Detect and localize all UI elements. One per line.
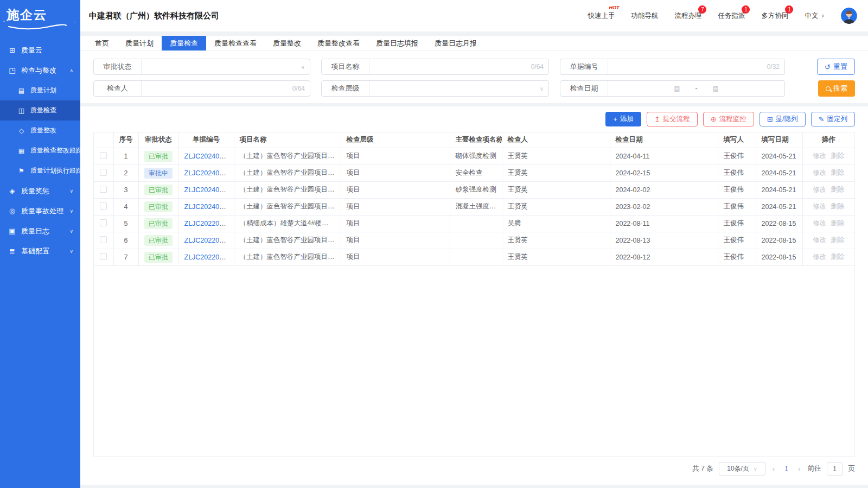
- tab-质量日志填报[interactable]: 质量日志填报: [368, 36, 426, 50]
- filter-label: 项目名称: [322, 59, 369, 74]
- check-item-name: [450, 215, 502, 232]
- tab-质量整改[interactable]: 质量整改: [265, 36, 309, 50]
- tab-质量检查[interactable]: 质量检查: [162, 36, 206, 50]
- chevron-down-icon: ∨: [69, 188, 73, 194]
- current-page[interactable]: 1: [782, 465, 791, 473]
- tab-质量整改查看[interactable]: 质量整改查看: [309, 36, 368, 50]
- column-header-填写日期: 填写日期: [756, 132, 802, 148]
- filter-检查日期: 检查日期▤-▤: [560, 80, 785, 97]
- row-checkbox[interactable]: [100, 253, 107, 260]
- row-checkbox[interactable]: [100, 186, 107, 193]
- filter-select[interactable]: ∨: [369, 81, 548, 96]
- page-size-select[interactable]: 10条/页 ∨: [719, 462, 765, 476]
- 流程监控-button[interactable]: ⊕流程监控: [703, 112, 754, 126]
- user-avatar[interactable]: [841, 8, 857, 24]
- sidebar-item-质量计划[interactable]: ▤质量计划: [0, 80, 80, 100]
- write-date: 2022-08-15: [756, 232, 802, 249]
- 提交流程-button[interactable]: ↥提交流程: [647, 112, 698, 126]
- tab-质量日志月报[interactable]: 质量日志月报: [426, 36, 485, 50]
- tab-首页[interactable]: 首页: [87, 36, 117, 50]
- doc-number-link[interactable]: ZLJC2022080174: [184, 220, 234, 227]
- column-header-checkbox: [94, 132, 113, 148]
- delete-link[interactable]: 删除: [831, 253, 844, 261]
- edit-link[interactable]: 修改: [813, 236, 826, 244]
- total-count: 共 7 条: [692, 464, 713, 473]
- next-page-button[interactable]: ›: [796, 465, 802, 473]
- doc-number-link[interactable]: ZLJC2024050445: [184, 169, 234, 177]
- sidebar-item-label: 质量检查整改跟踪: [30, 146, 82, 155]
- delete-link[interactable]: 删除: [831, 152, 844, 160]
- sidebar-item-质量云[interactable]: ⊞质量云: [0, 40, 80, 60]
- prev-page-button[interactable]: ‹: [771, 465, 776, 473]
- app-logo: · 施企云 ·: [0, 0, 80, 30]
- sidebar-item-质量事故处理[interactable]: ◎质量事故处理∨: [0, 201, 80, 221]
- sidebar-item-质量日志[interactable]: ▣质量日志∨: [0, 221, 80, 241]
- sidebar-item-检查与整改[interactable]: ◳检查与整改∧: [0, 60, 80, 80]
- target-icon: ◎: [8, 207, 16, 215]
- doc-number-link[interactable]: ZLJC2024050446: [184, 153, 234, 160]
- delete-link[interactable]: 删除: [831, 219, 844, 227]
- 固定列-button[interactable]: ✎固定列: [811, 112, 855, 126]
- filter-label: 检查人: [94, 81, 142, 96]
- row-checkbox[interactable]: [100, 219, 107, 226]
- project-name: （土建）蓝色智谷产业园项目施工总承...: [234, 232, 341, 249]
- check-date: 2023-02-02: [610, 198, 718, 215]
- edit-link[interactable]: 修改: [813, 152, 826, 160]
- sidebar-item-质量奖惩[interactable]: ◈质量奖惩∨: [0, 181, 80, 201]
- row-checkbox[interactable]: [100, 169, 107, 176]
- sidebar-item-质量整改[interactable]: ◇质量整改: [0, 121, 80, 141]
- calendar-icon: ▦: [17, 147, 25, 155]
- filter-select[interactable]: ∨: [142, 59, 310, 74]
- row-checkbox[interactable]: [100, 236, 107, 243]
- row-checkbox[interactable]: [100, 202, 107, 210]
- topnav-item-快速上手[interactable]: 快速上手HOT: [588, 11, 615, 21]
- reset-button[interactable]: ↺重置: [817, 59, 855, 75]
- topnav-item-多方协同[interactable]: 多方协同1: [761, 11, 788, 21]
- topnav-item-流程办理[interactable]: 流程办理7: [674, 11, 701, 21]
- goto-label: 前往: [808, 464, 821, 473]
- action-label: 提交流程: [663, 115, 690, 124]
- sidebar-item-质量检查[interactable]: ◫质量检查: [0, 100, 80, 121]
- edit-link[interactable]: 修改: [813, 186, 826, 193]
- row-checkbox[interactable]: [100, 152, 107, 159]
- 添加-button[interactable]: +添加: [605, 112, 641, 126]
- goto-page-input[interactable]: [827, 462, 843, 476]
- tab-质量计划[interactable]: 质量计划: [117, 36, 162, 50]
- sidebar-item-label: 质量事故处理: [21, 206, 63, 216]
- delete-link[interactable]: 删除: [831, 236, 844, 244]
- edit-link[interactable]: 修改: [813, 169, 826, 176]
- filter-panel: 审批状态∨项目名称0/64单据编号0/32↺重置检查人0/64检查层级∨检查日期…: [80, 51, 868, 103]
- sidebar-item-label: 质量日志: [21, 226, 49, 236]
- edit-link[interactable]: 修改: [813, 219, 826, 227]
- doc-number-link[interactable]: ZLJC2024050444: [184, 186, 234, 194]
- sidebar-item-质量检查整改跟踪[interactable]: ▦质量检查整改跟踪: [0, 141, 80, 161]
- writer-name: 王俊伟: [718, 148, 756, 164]
- project-name: （精细成本）雄楚大道4#楼项目: [234, 215, 341, 232]
- edit-link[interactable]: 修改: [813, 202, 826, 210]
- delete-link[interactable]: 删除: [831, 169, 844, 176]
- doc-number-link[interactable]: ZLJC2022080173: [184, 237, 234, 244]
- topnav-item-功能导航[interactable]: 功能导航: [631, 11, 658, 21]
- doc-number-link[interactable]: ZLJC2022080172: [184, 253, 234, 261]
- doc-number-link[interactable]: ZLJC2024050443: [184, 203, 234, 211]
- search-button[interactable]: 搜索: [818, 80, 855, 97]
- sidebar-item-基础配置[interactable]: ≣基础配置∨: [0, 241, 80, 261]
- language-select[interactable]: 中文∨: [805, 11, 825, 21]
- table-row: 7已审批ZLJC2022080172（土建）蓝色智谷产业园项目施工总承...项目…: [94, 249, 854, 265]
- hot-flame-icon: HOT: [609, 5, 619, 10]
- 显/隐列-button[interactable]: ⊞显/隐列: [760, 112, 806, 126]
- topnav-item-任务指派[interactable]: 任务指派1: [718, 11, 745, 21]
- chevron-down-icon: ∨: [540, 86, 544, 92]
- sidebar-item-label: 质量检查: [30, 106, 56, 115]
- filter-daterange[interactable]: ▤-▤: [608, 81, 784, 96]
- filter-input[interactable]: 0/64: [369, 59, 548, 74]
- delete-link[interactable]: 删除: [831, 186, 844, 193]
- filter-input[interactable]: 0/64: [142, 81, 310, 96]
- delete-link[interactable]: 删除: [831, 202, 844, 210]
- sidebar-item-质量计划执行跟踪[interactable]: ⚑质量计划执行跟踪: [0, 161, 80, 181]
- inspector-name: 王贤英: [502, 181, 610, 198]
- edit-link[interactable]: 修改: [813, 253, 826, 261]
- filter-input[interactable]: 0/32: [608, 59, 784, 74]
- tab-质量检查查看[interactable]: 质量检查查看: [206, 36, 265, 50]
- project-name: （土建）蓝色智谷产业园项目施工总承...: [234, 198, 341, 215]
